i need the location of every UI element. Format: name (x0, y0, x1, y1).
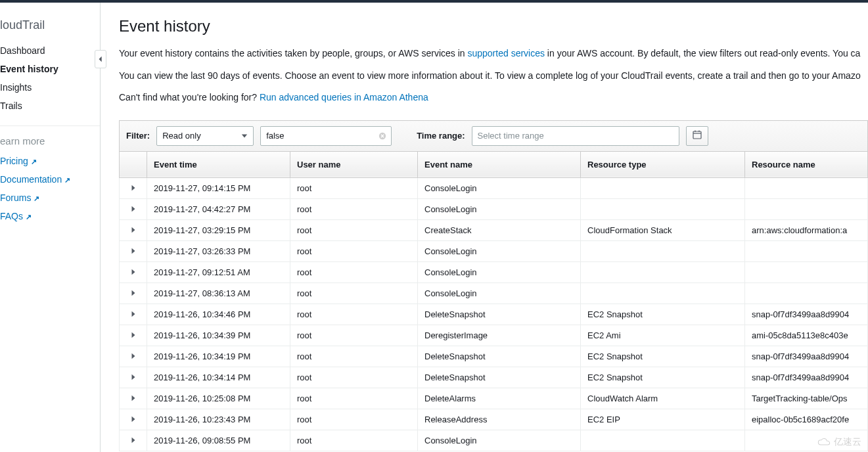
intro-paragraph-3: Can't find what you're looking for? Run … (119, 91, 868, 104)
cell-resource-name: TargetTracking-table/Ops (745, 388, 868, 409)
expand-toggle[interactable] (120, 325, 147, 346)
cell-resource-name (745, 261, 868, 282)
cell-event-time: 2019-11-26, 10:34:14 PM (147, 367, 290, 388)
table-row[interactable]: 2019-11-27, 04:42:27 PMrootConsoleLogin (120, 198, 868, 219)
cell-user-name: root (290, 219, 418, 240)
table-row[interactable]: 2019-11-26, 10:25:08 PMrootDeleteAlarmsC… (120, 388, 868, 409)
cell-event-name: DeleteSnapshot (418, 346, 581, 367)
expand-toggle[interactable] (120, 367, 147, 388)
svg-rect-1 (693, 131, 701, 139)
sidebar-item-insights[interactable]: Insights (0, 78, 100, 97)
table-row[interactable]: 2019-11-27, 03:26:33 PMrootConsoleLogin (120, 240, 868, 261)
intro-paragraph-2: You can view the last 90 days of events.… (119, 70, 868, 83)
caret-right-icon (131, 309, 136, 319)
table-row[interactable]: 2019-11-26, 10:34:19 PMrootDeleteSnapsho… (120, 346, 868, 367)
caret-right-icon (131, 436, 136, 445)
cell-user-name: root (290, 304, 418, 325)
table-row[interactable]: 2019-11-26, 09:08:55 PMrootConsoleLogin (120, 430, 868, 451)
filter-value-input[interactable]: false (260, 126, 392, 146)
clear-icon[interactable] (378, 131, 387, 141)
col-expand[interactable] (120, 151, 147, 177)
cell-user-name: root (290, 388, 418, 409)
sidebar-link-pricing[interactable]: Pricing↗ (0, 152, 100, 170)
expand-toggle[interactable] (120, 219, 147, 240)
expand-toggle[interactable] (120, 261, 147, 282)
cell-user-name: root (290, 409, 418, 430)
external-link-icon: ↗ (26, 213, 32, 221)
table-row[interactable]: 2019-11-26, 10:34:39 PMrootDeregisterIma… (120, 325, 868, 346)
calendar-button[interactable] (686, 126, 708, 146)
time-range-input[interactable]: Select time range (472, 126, 679, 146)
caret-right-icon (131, 204, 136, 214)
cell-resource-name (745, 240, 868, 261)
col-event-name[interactable]: Event name (418, 151, 581, 177)
expand-toggle[interactable] (120, 240, 147, 261)
col-resource-name[interactable]: Resource name (745, 151, 868, 177)
caret-right-icon (131, 288, 136, 298)
cell-resource-name: snap-0f7df3499aa8d9904 (745, 367, 868, 388)
cell-event-name: ConsoleLogin (418, 261, 581, 282)
table-row[interactable]: 2019-11-27, 03:29:15 PMrootCreateStackCl… (120, 219, 868, 240)
caret-right-icon (131, 267, 136, 277)
cell-event-name: DeregisterImage (418, 325, 581, 346)
supported-services-link[interactable]: supported services (467, 48, 545, 58)
expand-toggle[interactable] (120, 282, 147, 304)
cell-resource-name: snap-0f7df3499aa8d9904 (745, 346, 868, 367)
filter-label: Filter: (126, 131, 150, 141)
cell-user-name: root (290, 325, 418, 346)
col-user-name[interactable]: User name (290, 151, 418, 177)
sidebar-nav: Dashboard Event history Insights Trails (0, 41, 100, 115)
cell-event-time: 2019-11-27, 04:42:27 PM (147, 198, 290, 219)
cell-user-name: root (290, 346, 418, 367)
expand-toggle[interactable] (120, 430, 147, 451)
table-header-row: Event time User name Event name Resource… (120, 151, 868, 177)
expand-toggle[interactable] (120, 388, 147, 409)
sidebar-item-trails[interactable]: Trails (0, 97, 100, 115)
caret-right-icon (131, 183, 136, 193)
chevron-left-icon (98, 54, 103, 64)
cell-event-name: ReleaseAddress (418, 409, 581, 430)
cell-resource-name (745, 282, 868, 304)
sidebar: loudTrail Dashboard Event history Insigh… (0, 3, 101, 452)
cell-event-name: ConsoleLogin (418, 240, 581, 261)
page-title: Event history (119, 17, 868, 35)
calendar-icon (693, 130, 702, 141)
table-row[interactable]: 2019-11-26, 10:23:43 PMrootReleaseAddres… (120, 409, 868, 430)
table-row[interactable]: 2019-11-27, 09:12:51 AMrootConsoleLogin (120, 261, 868, 282)
sidebar-link-documentation[interactable]: Documentation↗ (0, 170, 100, 189)
cell-event-time: 2019-11-26, 10:34:46 PM (147, 304, 290, 325)
sidebar-link-forums[interactable]: Forums↗ (0, 189, 100, 207)
table-row[interactable]: 2019-11-26, 10:34:14 PMrootDeleteSnapsho… (120, 367, 868, 388)
cell-event-name: ConsoleLogin (418, 282, 581, 304)
caret-right-icon (131, 351, 136, 361)
table-row[interactable]: 2019-11-27, 08:36:13 AMrootConsoleLogin (120, 282, 868, 304)
table-row[interactable]: 2019-11-27, 09:14:15 PMrootConsoleLogin (120, 177, 868, 198)
cell-resource-type: CloudFormation Stack (581, 219, 745, 240)
cell-user-name: root (290, 177, 418, 198)
cell-event-name: ConsoleLogin (418, 198, 581, 219)
expand-toggle[interactable] (120, 198, 147, 219)
sidebar-link-faqs[interactable]: FAQs↗ (0, 207, 100, 225)
sidebar-item-event-history[interactable]: Event history (0, 60, 100, 78)
cell-user-name: root (290, 198, 418, 219)
expand-toggle[interactable] (120, 409, 147, 430)
table-row[interactable]: 2019-11-26, 10:34:46 PMrootDeleteSnapsho… (120, 304, 868, 325)
cell-resource-type (581, 430, 745, 451)
cell-resource-name (745, 177, 868, 198)
cell-resource-type (581, 261, 745, 282)
cell-event-name: ConsoleLogin (418, 177, 581, 198)
athena-link[interactable]: Run advanced queries in Amazon Athena (260, 92, 428, 102)
col-event-time[interactable]: Event time (147, 151, 290, 177)
sidebar-item-dashboard[interactable]: Dashboard (0, 41, 100, 60)
expand-toggle[interactable] (120, 346, 147, 367)
col-resource-type[interactable]: Resource type (581, 151, 745, 177)
cell-user-name: root (290, 430, 418, 451)
cell-resource-type: EC2 Snapshot (581, 346, 745, 367)
collapse-sidebar-button[interactable] (95, 50, 106, 68)
chevron-down-icon (241, 131, 248, 141)
expand-toggle[interactable] (120, 177, 147, 198)
cell-event-time: 2019-11-27, 09:12:51 AM (147, 261, 290, 282)
filter-attribute-select[interactable]: Read only (156, 126, 254, 146)
cell-resource-name: ami-05c8da5113e8c403e (745, 325, 868, 346)
expand-toggle[interactable] (120, 304, 147, 325)
